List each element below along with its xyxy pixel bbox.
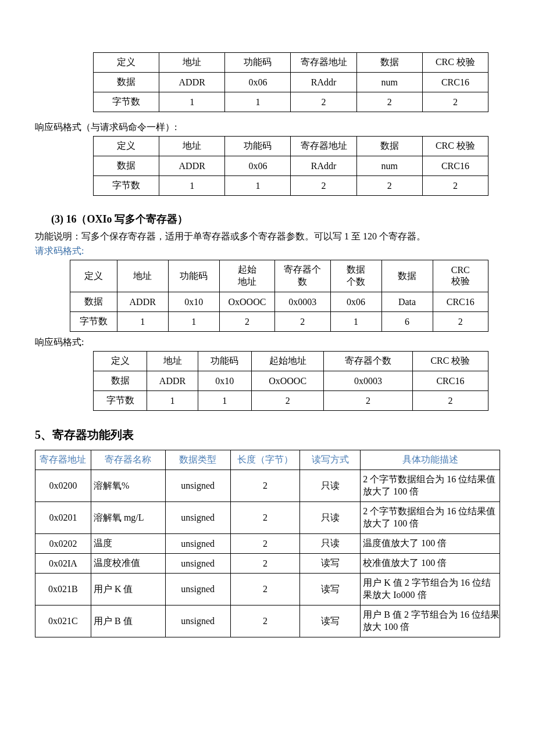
cell: 1 — [168, 312, 219, 332]
table-row: 0x021C用户 B 值unsigned2读写用户 B 值 2 字节组合为 16… — [35, 605, 500, 637]
cell: 温度校准值 — [91, 554, 165, 574]
cell: 数据 — [356, 137, 422, 156]
cell: 读写 — [300, 574, 361, 605]
cell: 功能码 — [198, 352, 251, 371]
cell: 0x0201 — [35, 502, 91, 534]
cell: 地址 — [147, 352, 198, 371]
cell: 0x0202 — [35, 534, 91, 554]
cell: 数据 — [94, 73, 159, 92]
cell: CRC 校验 — [433, 260, 488, 292]
cell: 只读 — [300, 470, 361, 502]
cell: 寄存器地址 — [291, 137, 356, 156]
cell: CRC16 — [422, 156, 488, 176]
cell: 定义 — [70, 260, 117, 292]
cell: 0x06 — [330, 292, 381, 312]
cell: unsigned — [165, 574, 230, 605]
cell: 用户 K 值 — [91, 574, 165, 605]
cell: CRC 校验 — [422, 53, 488, 73]
cell: 2 — [291, 176, 356, 196]
cell: 功能码 — [225, 137, 291, 156]
cell: 功能码 — [168, 260, 219, 292]
cell: RAddr — [291, 156, 356, 176]
cell: 温度值放大了 100 倍 — [361, 534, 500, 554]
cell: 字节数 — [94, 176, 159, 196]
cell: 数据 — [94, 156, 159, 176]
cell: 地址 — [159, 137, 225, 156]
cell: unsigned — [165, 605, 230, 637]
cell: 用户 B 值 2 字节组合为 16 位结果放大 100 倍 — [361, 605, 500, 637]
reg-header: 寄存器名称 — [91, 450, 165, 470]
table-row: 0x0200溶解氧%unsigned2只读2 个字节数据组合为 16 位结果值放… — [35, 470, 500, 502]
cell: 0x021C — [35, 605, 91, 637]
cell: 溶解氧 mg/L — [91, 502, 165, 534]
table-row: 0x0202温度unsigned2只读温度值放大了 100 倍 — [35, 534, 500, 554]
cell: 字节数 — [70, 312, 117, 332]
cell: ADDR — [159, 156, 225, 176]
cell: 2 — [412, 391, 488, 411]
cell: 0x10 — [168, 292, 219, 312]
cell: 1 — [117, 312, 168, 332]
cell: 起始地址 — [252, 352, 324, 371]
cell: CRC16 — [412, 371, 488, 391]
cell: 字节数 — [94, 391, 147, 411]
request-label: 请求码格式: — [35, 245, 500, 257]
cell: num — [356, 73, 422, 92]
cell: 1 — [225, 176, 291, 196]
cell: RAddr — [291, 73, 356, 92]
cell: OxOOOC — [252, 371, 324, 391]
cell: 寄存器个 数 — [275, 260, 330, 292]
cell: ADDR — [159, 73, 225, 92]
cell: OxOOOC — [219, 292, 274, 312]
cell: 0x10 — [198, 371, 251, 391]
cell: 定义 — [94, 352, 147, 371]
cell: 溶解氧% — [91, 470, 165, 502]
cell: unsigned — [165, 534, 230, 554]
cell: unsigned — [165, 470, 230, 502]
reg-header: 数据类型 — [165, 450, 230, 470]
cell: 0x021B — [35, 574, 91, 605]
cell: 定义 — [94, 137, 159, 156]
cell: CRC16 — [433, 292, 488, 312]
table-row: 0x021B用户 K 值unsigned2读写用户 K 值 2 字节组合为 16… — [35, 574, 500, 605]
cell: 2 — [433, 312, 488, 332]
cell: 定义 — [94, 53, 159, 73]
cell: 数据 — [94, 371, 147, 391]
cell: 0x0003 — [324, 371, 413, 391]
table-response-10: 定义地址功能码起始地址寄存器个数CRC 校验 数据ADDR0x10OxOOOC0… — [93, 351, 488, 411]
cell: 6 — [381, 312, 433, 332]
cell: 2 — [422, 176, 488, 196]
cell: 2 — [230, 554, 300, 574]
cell: 1 — [330, 312, 381, 332]
cell: 数据 — [70, 292, 117, 312]
cell: 2 — [219, 312, 274, 332]
cell: CRC 校验 — [412, 352, 488, 371]
section-heading-5: 5、寄存器功能列表 — [35, 427, 500, 443]
cell: 2 — [252, 391, 324, 411]
cell: 2 — [230, 502, 300, 534]
cell: 1 — [159, 92, 225, 112]
section-desc-3: 功能说明：写多个保存寄存器，适用于单寄存器或多个寄存器参数。可以写 1 至 12… — [35, 231, 500, 243]
cell: ADDR — [117, 292, 168, 312]
cell: 2 — [324, 391, 413, 411]
response-label: 响应码格式: — [35, 336, 500, 349]
cell: 用户 K 值 2 字节组合为 16 位结果放大 Io000 倍 — [361, 574, 500, 605]
cell: 0x02IA — [35, 554, 91, 574]
cell: 地址 — [159, 53, 225, 73]
section-heading-3: (3) 16（OXIo 写多个寄存器） — [51, 212, 500, 226]
cell: 只读 — [300, 502, 361, 534]
cell: 只读 — [300, 534, 361, 554]
cell: Data — [381, 292, 433, 312]
cell: 2 — [230, 574, 300, 605]
document-page: 定义地址功能码寄存器地址数据CRC 校验 数据ADDR0x06RAddrnumC… — [0, 0, 535, 672]
cell: 2 个字节数据组合为 16 位结果值放大了 100 倍 — [361, 502, 500, 534]
cell: 用户 B 值 — [91, 605, 165, 637]
cell: unsigned — [165, 502, 230, 534]
response-caption-1: 响应码格式（与请求码命令一样）: — [35, 121, 500, 134]
cell: 数据 — [356, 53, 422, 73]
cell: 2 — [356, 176, 422, 196]
table-request-06: 定义地址功能码寄存器地址数据CRC 校验 数据ADDR0x06RAddrnumC… — [93, 52, 488, 112]
cell: 2 — [275, 312, 330, 332]
reg-header: 长度（字节） — [230, 450, 300, 470]
cell: num — [356, 156, 422, 176]
cell: 0x06 — [225, 73, 291, 92]
